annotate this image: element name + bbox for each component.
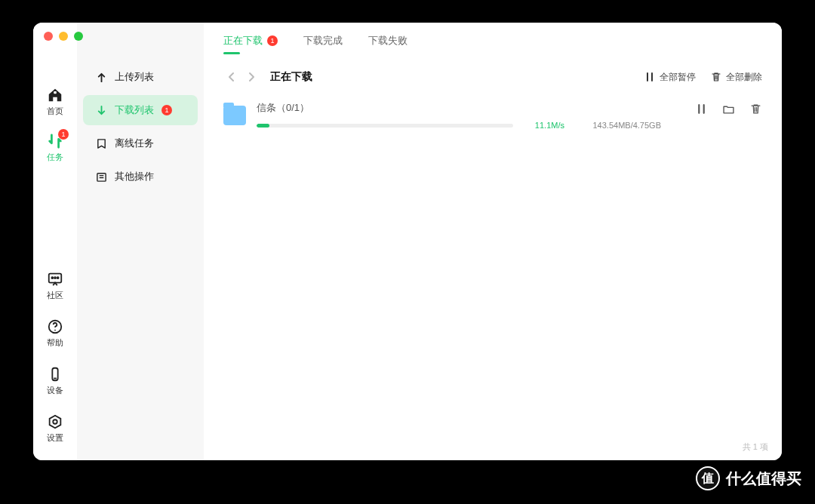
sidebar-item-label: 下载列表: [115, 103, 154, 117]
download-speed: 11.1M/s: [527, 121, 564, 130]
community-icon: [46, 270, 64, 288]
svg-rect-0: [54, 91, 57, 94]
nav-settings[interactable]: 设置: [46, 413, 64, 444]
tab-label: 正在下载: [223, 34, 263, 48]
nav-task-label: 任务: [47, 152, 63, 163]
sidebar-item-download[interactable]: 下载列表 1: [83, 95, 198, 125]
pause-all-button[interactable]: 全部暂停: [644, 71, 696, 84]
svg-point-2: [51, 277, 53, 278]
watermark: 值 什么值得买: [696, 466, 801, 490]
sidebar-item-upload[interactable]: 上传列表: [83, 62, 198, 92]
nav-settings-label: 设置: [47, 432, 63, 444]
sidebar-item-other[interactable]: 其他操作: [83, 161, 198, 192]
item-count: 共 1 项: [743, 441, 768, 453]
upload-icon: [95, 71, 107, 83]
tab-downloading-badge: 1: [267, 35, 278, 46]
download-icon: [95, 104, 107, 116]
tab-label: 下载完成: [303, 34, 343, 48]
download-name: 信条（0/1）: [257, 101, 661, 115]
tab-label: 下载失败: [368, 34, 408, 48]
watermark-icon: 值: [696, 466, 720, 490]
download-actions: [694, 102, 762, 115]
maximize-icon[interactable]: [74, 32, 83, 41]
sidebar-item-offline[interactable]: 离线任务: [83, 128, 198, 158]
watermark-text: 什么值得买: [726, 469, 801, 489]
svg-point-6: [54, 330, 56, 331]
button-label: 全部删除: [726, 71, 762, 84]
nav-home-label: 首页: [47, 106, 63, 117]
trash-icon: [711, 72, 721, 82]
main-panel: 正在下载 1 下载完成 下载失败 正在下载 全部暂停 全部删除: [204, 23, 782, 460]
forward-button[interactable]: [243, 69, 260, 85]
sidebar-item-label: 其他操作: [115, 170, 154, 183]
offline-icon: [95, 137, 107, 149]
open-folder-button[interactable]: [721, 102, 735, 115]
delete-all-button[interactable]: 全部删除: [711, 71, 762, 84]
minimize-icon[interactable]: [59, 32, 68, 41]
nav-community[interactable]: 社区: [46, 270, 64, 301]
tab-downloading[interactable]: 正在下载 1: [223, 34, 278, 48]
download-item[interactable]: 信条（0/1） 11.1M/s 143.54MB/4.75GB: [204, 95, 782, 136]
svg-marker-8: [50, 416, 61, 429]
download-info: 信条（0/1） 11.1M/s 143.54MB/4.75GB: [257, 101, 661, 130]
svg-point-4: [57, 277, 59, 278]
task-sidebar: 上传列表 下载列表 1 离线任务 其他操作: [77, 23, 204, 460]
button-label: 全部暂停: [660, 71, 696, 84]
close-icon[interactable]: [44, 32, 53, 41]
nav-device-label: 设备: [47, 385, 63, 396]
app-window: 首页 1 任务 社区 帮助 设备: [33, 23, 782, 460]
settings-icon: [46, 413, 64, 431]
svg-point-3: [54, 277, 56, 278]
pause-icon: [644, 72, 655, 82]
nav-home[interactable]: 首页: [46, 86, 64, 117]
nav-community-label: 社区: [47, 290, 63, 301]
back-button[interactable]: [223, 69, 240, 85]
device-icon: [46, 365, 64, 383]
help-icon: [46, 318, 64, 336]
page-title: 正在下载: [270, 70, 312, 84]
nav-task[interactable]: 1 任务: [46, 132, 64, 163]
transfer-icon: 1: [46, 132, 64, 150]
window-traffic-lights: [44, 32, 83, 41]
sidebar-download-badge: 1: [161, 105, 172, 115]
nav-help[interactable]: 帮助: [46, 318, 64, 349]
tab-failed[interactable]: 下载失败: [368, 34, 408, 48]
content-header: 正在下载 全部暂停 全部删除: [204, 59, 782, 95]
delete-item-button[interactable]: [749, 102, 762, 115]
sidebar-item-label: 上传列表: [115, 70, 154, 84]
nav-help-label: 帮助: [47, 337, 63, 349]
download-size: 143.54MB/4.75GB: [578, 121, 661, 130]
pause-item-button[interactable]: [694, 102, 708, 115]
tab-done[interactable]: 下载完成: [303, 34, 343, 48]
progress-bar: [257, 124, 513, 128]
house-icon: [46, 86, 64, 104]
svg-point-9: [53, 419, 57, 424]
nav-rail: 首页 1 任务 社区 帮助 设备: [33, 23, 77, 460]
other-icon: [95, 171, 107, 183]
nav-task-badge: 1: [58, 129, 69, 140]
breadcrumb-nav: [223, 69, 260, 85]
tab-bar: 正在下载 1 下载完成 下载失败: [204, 23, 782, 59]
sidebar-item-label: 离线任务: [115, 137, 154, 150]
folder-icon: [223, 106, 246, 125]
nav-device[interactable]: 设备: [46, 365, 64, 396]
